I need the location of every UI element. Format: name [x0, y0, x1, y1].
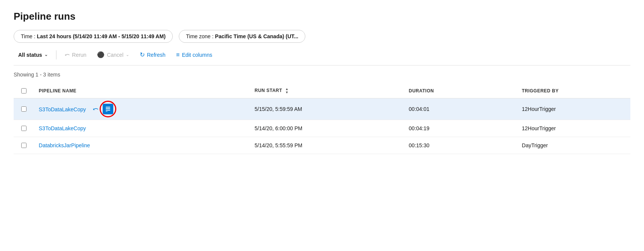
col-header-check	[14, 84, 34, 98]
time-filter-pill[interactable]: Time : Last 24 hours (5/14/20 11:49 AM -…	[14, 30, 173, 43]
toolbar-separator	[56, 50, 56, 59]
refresh-label: Refresh	[147, 52, 166, 58]
main-container: Pipeline runs Time : Last 24 hours (5/14…	[0, 0, 644, 251]
select-all-checkbox[interactable]	[21, 88, 27, 94]
time-filter-label: Time :	[21, 33, 37, 39]
edit-columns-button[interactable]: ≡ Edit columns	[172, 49, 217, 61]
rerun-icon: ⤺	[65, 51, 70, 58]
cancel-button[interactable]: ⚫ Cancel ⌄	[92, 49, 134, 61]
pipeline-runs-table: PIPELINE NAME RUN START ▲ ▼ DURATION TRI…	[14, 84, 630, 154]
timezone-filter-label: Time zone :	[186, 33, 215, 39]
col-header-triggered-by: TRIGGERED BY	[517, 84, 630, 98]
pipeline-link[interactable]: S3ToDataLakeCopy	[39, 125, 86, 131]
col-header-duration: DURATION	[404, 84, 517, 98]
row-action-icons: ⤺	[91, 104, 113, 114]
row-run-start-cell: 5/15/20, 5:59:59 AM	[250, 98, 404, 120]
svg-rect-1	[106, 108, 110, 109]
toolbar: All status ⌄ ⤺ Rerun ⚫ Cancel ⌄ ↻ Refres…	[14, 49, 630, 65]
filter-bar: Time : Last 24 hours (5/14/20 11:49 AM -…	[14, 30, 630, 43]
time-filter-value: Last 24 hours (5/14/20 11:49 AM - 5/15/2…	[37, 33, 166, 39]
row-name-cell: S3ToDataLakeCopy	[34, 120, 250, 137]
showing-label: Showing 1 - 3 items	[14, 72, 630, 78]
cancel-chevron-icon: ⌄	[126, 52, 129, 57]
row-run-start-cell: 5/14/20, 6:00:00 PM	[250, 120, 404, 137]
row-run-start-cell: 5/14/20, 5:55:59 PM	[250, 137, 404, 154]
sort-desc-icon: ▼	[285, 91, 289, 94]
row-checkbox-cell	[14, 120, 34, 137]
timezone-filter-pill[interactable]: Time zone : Pacific Time (US & Canada) (…	[179, 30, 305, 43]
page-title: Pipeline runs	[14, 11, 630, 22]
row-checkbox-cell	[14, 98, 34, 120]
svg-rect-2	[106, 110, 110, 111]
table-row: S3ToDataLakeCopy5/14/20, 6:00:00 PM00:04…	[14, 120, 630, 137]
row-name-cell: S3ToDataLakeCopy ⤺	[34, 98, 250, 120]
rerun-button[interactable]: ⤺ Rerun	[60, 49, 91, 61]
row-checkbox[interactable]	[21, 106, 27, 112]
cancel-label: Cancel	[107, 52, 123, 58]
row-duration-cell: 00:04:01	[404, 98, 517, 120]
row-checkbox-cell	[14, 137, 34, 154]
row-triggered-by-cell: 12HourTrigger	[517, 98, 630, 120]
col-duration-label: DURATION	[409, 88, 434, 94]
sort-icons: ▲ ▼	[285, 87, 289, 94]
pipeline-link[interactable]: S3ToDataLakeCopy	[39, 106, 86, 112]
view-runs-icon[interactable]	[103, 104, 113, 114]
status-dropdown-label: All status	[18, 52, 42, 58]
status-dropdown[interactable]: All status ⌄	[14, 50, 52, 60]
row-checkbox[interactable]	[21, 126, 27, 131]
rerun-label: Rerun	[72, 52, 86, 58]
row-duration-cell: 00:15:30	[404, 137, 517, 154]
row-triggered-by-cell: DayTrigger	[517, 137, 630, 154]
col-triggered-by-label: TRIGGERED BY	[522, 88, 559, 94]
col-name-label: PIPELINE NAME	[39, 88, 77, 94]
svg-rect-0	[106, 107, 110, 108]
col-run-start-label: RUN START	[255, 88, 282, 93]
row-checkbox[interactable]	[21, 143, 27, 148]
chevron-down-icon: ⌄	[44, 52, 48, 57]
row-duration-cell: 00:04:19	[404, 120, 517, 137]
row-name-cell: DatabricksJarPipeline	[34, 137, 250, 154]
timezone-filter-value: Pacific Time (US & Canada) (UT...	[215, 33, 299, 39]
cancel-icon: ⚫	[97, 51, 105, 58]
edit-columns-icon: ≡	[176, 51, 180, 58]
table-row: S3ToDataLakeCopy ⤺ 5/15/20, 5:59:59 AM00…	[14, 98, 630, 120]
edit-columns-label: Edit columns	[182, 52, 212, 58]
svg-rect-3	[106, 111, 108, 112]
table-header-row: PIPELINE NAME RUN START ▲ ▼ DURATION TRI…	[14, 84, 630, 98]
col-header-name: PIPELINE NAME	[34, 84, 250, 98]
table-row: DatabricksJarPipeline5/14/20, 5:55:59 PM…	[14, 137, 630, 154]
refresh-icon: ↻	[140, 51, 145, 58]
refresh-button[interactable]: ↻ Refresh	[135, 49, 170, 61]
pipeline-link[interactable]: DatabricksJarPipeline	[39, 142, 90, 148]
col-header-run-start[interactable]: RUN START ▲ ▼	[250, 84, 404, 98]
row-triggered-by-cell: 12HourTrigger	[517, 120, 630, 137]
